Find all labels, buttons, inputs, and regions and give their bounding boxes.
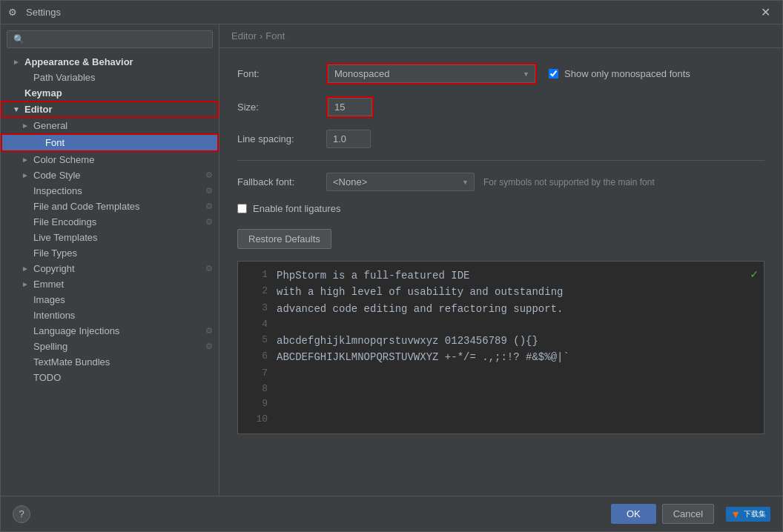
- ok-button[interactable]: OK: [611, 504, 656, 524]
- settings-window: ⚙ Settings ✕ ► Appearance & Behavior Pat…: [0, 0, 783, 532]
- right-panel: Editor › Font Font: Monospaced Consolas …: [219, 24, 782, 496]
- arrow-icon: ►: [22, 265, 30, 273]
- check-icon: ✓: [750, 266, 758, 285]
- sidebar-item-label: File Types: [33, 247, 77, 259]
- window-title: Settings: [26, 7, 756, 18]
- preview-line-9: 9: [247, 396, 755, 412]
- settings-icon: ⚙: [205, 264, 213, 273]
- size-input-wrapper: [326, 96, 374, 118]
- breadcrumb-parent: Editor: [231, 30, 257, 41]
- sidebar-item-appearance[interactable]: ► Appearance & Behavior: [1, 54, 219, 70]
- cancel-button[interactable]: Cancel: [662, 504, 714, 524]
- font-select[interactable]: Monospaced Consolas Courier New DejaVu S…: [328, 64, 535, 83]
- sidebar-item-live-templates[interactable]: Live Templates: [1, 230, 219, 245]
- line-number: 10: [247, 412, 268, 428]
- sidebar-item-images[interactable]: Images: [1, 292, 219, 307]
- sidebar-item-label: Emmet: [33, 279, 64, 290]
- watermark-badge: ▼ 下载集: [726, 507, 770, 522]
- sidebar-item-file-encodings[interactable]: File Encodings ⚙: [1, 214, 219, 230]
- line-number: 9: [247, 396, 268, 412]
- titlebar: ⚙ Settings ✕: [1, 1, 782, 24]
- line-number: 7: [247, 366, 268, 382]
- sidebar-item-file-types[interactable]: File Types: [1, 245, 219, 261]
- line-spacing-input[interactable]: [326, 130, 371, 148]
- sidebar-item-label: Code Style: [33, 170, 81, 181]
- ligatures-checkbox[interactable]: [237, 204, 247, 213]
- arrow-icon: ►: [22, 156, 30, 164]
- breadcrumb: Editor › Font: [219, 24, 782, 48]
- preview-area: ✓ 1 PhpStorm is a full-featured IDE 2 wi…: [237, 261, 764, 434]
- size-input[interactable]: [328, 98, 372, 116]
- download-icon: ▼: [730, 508, 741, 520]
- sidebar-item-font[interactable]: Font: [1, 133, 219, 152]
- line-code: ABCDEFGHIJKLMNOPQRSTUVWXYZ +-*/= .,;:!? …: [277, 349, 569, 365]
- sidebar: ► Appearance & Behavior Path Variables K…: [1, 24, 219, 496]
- sidebar-item-textmate-bundles[interactable]: TextMate Bundles: [1, 354, 219, 370]
- sidebar-item-general[interactable]: ► General: [1, 118, 219, 133]
- sidebar-item-keymap[interactable]: Keymap: [1, 85, 219, 101]
- font-label: Font:: [237, 68, 326, 79]
- sidebar-item-label: TODO: [33, 372, 61, 383]
- font-select-container: Monospaced Consolas Courier New DejaVu S…: [326, 63, 537, 84]
- sidebar-item-label: Intentions: [33, 310, 75, 321]
- breadcrumb-separator: ›: [260, 30, 262, 41]
- fallback-select-wrapper: <None>: [326, 173, 475, 191]
- preview-line-2: 2 with a high level of usability and out…: [247, 284, 755, 300]
- arrow-icon: ►: [22, 171, 30, 179]
- close-button[interactable]: ✕: [756, 4, 775, 21]
- sidebar-item-file-code-templates[interactable]: File and Code Templates ⚙: [1, 199, 219, 214]
- restore-row: Restore Defaults: [237, 229, 764, 249]
- settings-icon: ⚙: [205, 342, 213, 351]
- monospaced-checkbox-row: Show only monospaced fonts: [549, 68, 690, 79]
- line-number: 3: [247, 301, 268, 317]
- fallback-row: Fallback font: <None> For symbols not su…: [237, 173, 764, 191]
- sidebar-item-emmet[interactable]: ► Emmet: [1, 276, 219, 292]
- font-row: Font: Monospaced Consolas Courier New De…: [237, 63, 764, 84]
- line-number: 4: [247, 317, 268, 333]
- breadcrumb-current: Font: [265, 30, 285, 41]
- sidebar-item-spelling[interactable]: Spelling ⚙: [1, 339, 219, 354]
- fallback-label: Fallback font:: [237, 176, 326, 187]
- sidebar-item-label: TextMate Bundles: [33, 356, 110, 368]
- sidebar-item-path-variables[interactable]: Path Variables: [1, 70, 219, 85]
- restore-defaults-button[interactable]: Restore Defaults: [237, 229, 331, 249]
- preview-line-4: 4: [247, 317, 755, 333]
- monospaced-checkbox[interactable]: [549, 69, 558, 79]
- footer-left: ?: [13, 505, 30, 523]
- line-number: 8: [247, 382, 268, 397]
- sidebar-item-language-injections[interactable]: Language Injections ⚙: [1, 323, 219, 339]
- footer: ? OK Cancel ▼ 下载集: [1, 496, 782, 531]
- sidebar-item-code-style[interactable]: ► Code Style ⚙: [1, 167, 219, 183]
- arrow-icon: ►: [22, 280, 30, 288]
- line-number: 5: [247, 333, 268, 349]
- line-number: 6: [247, 349, 268, 365]
- help-button[interactable]: ?: [13, 505, 30, 523]
- sidebar-item-label: Editor: [24, 104, 53, 115]
- line-code: with a high level of usability and outst…: [277, 284, 563, 300]
- line-code: abcdefghijklmnopqrstuvwxyz 0123456789 ()…: [277, 333, 538, 349]
- sidebar-item-copyright[interactable]: ► Copyright ⚙: [1, 261, 219, 276]
- sidebar-item-label: Font: [45, 137, 65, 148]
- line-number: 1: [247, 267, 268, 284]
- sidebar-item-label: Appearance & Behavior: [24, 56, 133, 67]
- arrow-icon: ►: [13, 58, 22, 66]
- watermark: ▼ 下载集: [726, 507, 770, 522]
- sidebar-item-color-scheme[interactable]: ► Color Scheme: [1, 152, 219, 167]
- sidebar-item-inspections[interactable]: Inspections ⚙: [1, 183, 219, 199]
- sidebar-item-todo[interactable]: TODO: [1, 370, 219, 385]
- monospaced-label: Show only monospaced fonts: [564, 68, 690, 79]
- sidebar-item-label: General: [33, 120, 67, 131]
- preview-line-6: 6 ABCDEFGHIJKLMNOPQRSTUVWXYZ +-*/= .,;:!…: [247, 349, 755, 365]
- search-input[interactable]: [7, 30, 213, 48]
- sidebar-item-editor[interactable]: ▼ Editor: [1, 101, 219, 118]
- preview-line-10: 10: [247, 412, 755, 428]
- sidebar-tree: ► Appearance & Behavior Path Variables K…: [1, 54, 219, 496]
- main-content: ► Appearance & Behavior Path Variables K…: [1, 24, 782, 496]
- sidebar-item-label: Copyright: [33, 263, 75, 274]
- ligatures-row: Enable font ligatures: [237, 203, 764, 214]
- sidebar-item-intentions[interactable]: Intentions: [1, 307, 219, 323]
- arrow-icon: ►: [22, 122, 30, 130]
- settings-icon: ⚙: [205, 170, 213, 180]
- fallback-select[interactable]: <None>: [326, 173, 475, 191]
- fallback-hint: For symbols not supported by the main fo…: [483, 177, 655, 187]
